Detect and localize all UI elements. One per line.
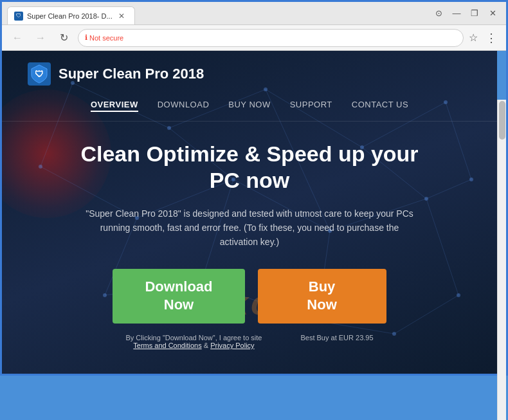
footnote-left-text: By Clicking "Download Now", I agree to s… <box>125 334 262 342</box>
download-btn-line2: Now <box>164 297 194 313</box>
hero-title-line2: PC now <box>210 168 290 192</box>
website-frame: riskcon 🛡 Super Clean Pro 2018 OVERVIEW … <box>2 51 497 374</box>
nav-buy-now[interactable]: BUY NOW <box>228 100 270 112</box>
svg-text:🛡: 🛡 <box>35 69 44 79</box>
buy-now-button[interactable]: Buy Now <box>258 269 386 324</box>
site-title-text: Super Clean Pro 2018 <box>59 66 204 82</box>
nav-contact-us[interactable]: CONTACT US <box>352 100 408 112</box>
close-button[interactable]: ✕ <box>484 7 501 20</box>
scrollbar-thumb[interactable] <box>499 101 505 140</box>
price-text: Best Buy at EUR 23.95 <box>300 334 373 342</box>
nav-bar: ← → ↻ ℹ Not secure ☆ ⋮ <box>2 25 506 51</box>
cta-footnotes: By Clicking "Download Now", I agree to s… <box>41 334 458 349</box>
download-footnote: By Clicking "Download Now", I agree to s… <box>125 334 262 349</box>
browser-tab[interactable]: 🛡 Super Clean Pro 2018- D... ✕ <box>7 6 135 24</box>
website-content: 🛡 Super Clean Pro 2018 OVERVIEW DOWNLOAD… <box>2 51 497 362</box>
content-area: riskcon 🛡 Super Clean Pro 2018 OVERVIEW … <box>2 51 506 374</box>
window-controls: ⊙ — ❐ ✕ <box>430 7 501 20</box>
tab-close-button[interactable]: ✕ <box>116 11 127 21</box>
nav-download[interactable]: DOWNLOAD <box>158 100 210 112</box>
browser-window: 🛡 Super Clean Pro 2018- D... ✕ ⊙ — ❐ ✕ ←… <box>0 0 508 376</box>
hero-title: Clean Optimize & Speed up your PC now <box>41 141 458 194</box>
nav-overview[interactable]: OVERVIEW <box>91 100 138 112</box>
download-now-button[interactable]: Download Now <box>113 269 244 324</box>
info-icon: ℹ <box>85 33 87 42</box>
tab-area: 🛡 Super Clean Pro 2018- D... ✕ <box>7 2 421 24</box>
restore-button[interactable]: ❐ <box>466 7 483 20</box>
not-secure-label: Not secure <box>89 34 123 42</box>
security-indicator: ℹ Not secure <box>85 33 123 42</box>
footnote-sep: & <box>204 342 210 349</box>
hero-description: "Super Clean Pro 2018" is designed and t… <box>82 206 417 250</box>
nav-support[interactable]: SUPPORT <box>290 100 332 112</box>
minimize-button[interactable]: — <box>448 7 465 20</box>
forward-button[interactable]: → <box>32 29 50 47</box>
buy-btn-line1: Buy <box>309 278 336 295</box>
site-logo-icon: 🛡 <box>28 62 51 86</box>
hero-section: Clean Optimize & Speed up your PC now "S… <box>2 122 497 362</box>
tab-title: Super Clean Pro 2018- D... <box>27 12 113 20</box>
download-btn-line1: Download <box>145 278 212 295</box>
tab-favicon-icon: 🛡 <box>14 12 23 21</box>
browser-menu-button[interactable]: ⋮ <box>483 31 500 45</box>
refresh-button[interactable]: ↻ <box>55 29 73 47</box>
scrollbar[interactable] <box>497 100 506 420</box>
terms-link[interactable]: Terms and Conditions <box>133 342 201 349</box>
back-button[interactable]: ← <box>8 29 26 47</box>
buy-btn-line2: Now <box>307 297 336 313</box>
title-bar: 🛡 Super Clean Pro 2018- D... ✕ ⊙ — ❐ ✕ <box>2 2 506 25</box>
site-nav: OVERVIEW DOWNLOAD BUY NOW SUPPORT CONTAC… <box>2 95 497 122</box>
privacy-link[interactable]: Privacy Policy <box>210 342 254 349</box>
address-bar[interactable]: ℹ Not secure <box>78 29 464 47</box>
bookmark-star-icon[interactable]: ☆ <box>469 32 478 44</box>
site-header: 🛡 Super Clean Pro 2018 <box>2 51 497 95</box>
price-footnote: Best Buy at EUR 23.95 <box>300 334 373 349</box>
cta-buttons: Download Now Buy Now <box>41 269 458 324</box>
hero-title-line1: Clean Optimize & Speed up your <box>80 142 418 166</box>
account-icon-button[interactable]: ⊙ <box>430 7 447 20</box>
